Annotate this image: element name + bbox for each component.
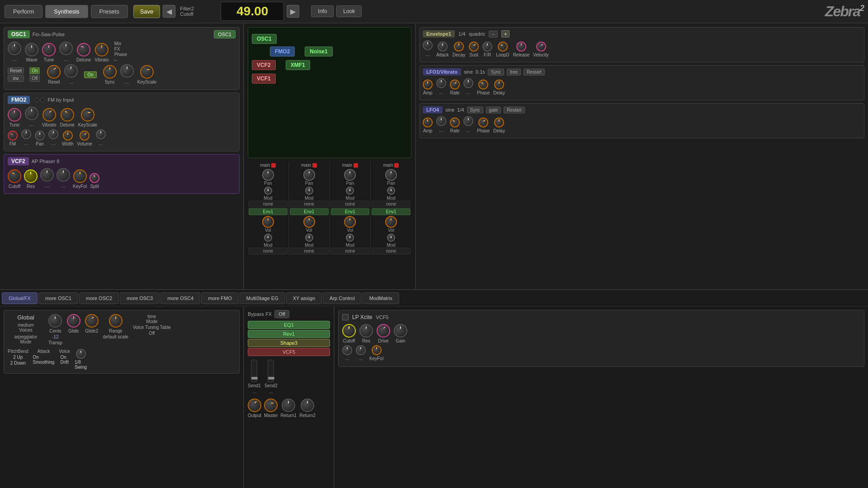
lfo1-rate[interactable] [450,80,460,89]
info-button[interactable]: Info [311,5,334,17]
lp-gain-k[interactable] [394,324,407,338]
strip4-mod2-knob[interactable] [387,234,395,242]
strip4-vol-knob[interactable] [385,216,397,228]
lfo4-amp[interactable] [423,117,433,127]
fmo2-det-k[interactable] [61,108,74,122]
vcf2-k4[interactable] [57,168,70,182]
xmf1-node[interactable]: XMF1 [286,60,310,70]
lfo4-phase[interactable] [478,117,488,127]
env1-fr[interactable] [482,42,492,52]
tab-presets[interactable]: Presets [91,5,128,18]
strip2-vol-knob[interactable] [303,216,315,228]
fmo2-k-d2[interactable] [21,129,31,139]
lfo1-amp[interactable] [423,80,433,89]
lfo1-k2[interactable] [436,78,446,88]
lfo4-k2[interactable] [436,116,446,126]
reset-button[interactable]: Reset [8,67,24,74]
lfo1-free-btn[interactable]: free [507,69,521,75]
strip2-pan-knob[interactable] [303,169,315,181]
env1-loopd[interactable] [498,42,508,52]
osc1-vibrato-knob[interactable] [95,43,108,56]
fmo2-k-d3[interactable] [48,129,58,139]
fx-rev1[interactable]: Rev1 [248,330,330,338]
lp-drive-k[interactable] [377,324,390,338]
osc1-r2-knob4[interactable] [120,64,134,78]
on-sync-button[interactable]: On [84,71,96,78]
lp-res-k[interactable] [359,324,373,338]
lfo1-restart-btn[interactable]: Restart [524,69,544,75]
strip3-mod-knob[interactable] [346,187,354,195]
lp-k2[interactable] [356,345,366,355]
env1-sust[interactable] [469,42,479,52]
osc1-sync-knob[interactable] [103,65,117,79]
tab-multistage-eg[interactable]: MultiStage EG [240,292,285,304]
lfo4-delay[interactable] [494,117,504,127]
env1-velocity[interactable] [536,42,546,52]
env1-decay[interactable] [454,42,464,52]
lfo1-delay[interactable] [494,80,504,89]
strip1-vol-knob[interactable] [262,216,274,228]
off-button[interactable]: Off [29,75,40,82]
vcf2-cutoff-knob[interactable] [8,169,21,183]
fmo2-node[interactable]: FMO2 [270,47,295,56]
nav-right-arrow[interactable]: ▶ [287,5,299,18]
env1-attack[interactable] [438,42,448,52]
vcf2-res-knob[interactable] [24,169,38,183]
fmo2-tune[interactable] [8,108,21,122]
fx-eq1[interactable]: EQ1 [248,321,330,329]
fx-shape3[interactable]: Shape3 [248,339,330,347]
lfo4-gate-btn[interactable]: gate [486,107,501,113]
strip2-mod-knob[interactable] [305,187,313,195]
osc1-keyscale-knob[interactable] [140,65,154,79]
nav-left-arrow[interactable]: ◀ [163,5,175,18]
fmo2-k2[interactable] [25,107,38,120]
strip3-pan-knob[interactable] [344,169,356,181]
strip1-mod2-knob[interactable] [264,234,272,242]
osc1-phase-knob[interactable] [47,65,61,79]
osc1-detune-knob[interactable] [77,43,90,56]
save-button[interactable]: Save [133,5,160,18]
vcf2-routing-node[interactable]: VCF2 [252,60,276,70]
strip1-mod-knob[interactable] [264,187,272,195]
lp-k1[interactable] [342,345,352,355]
vcf2-split-knob[interactable] [90,173,99,183]
tab-xy-assign[interactable]: XY assign [286,292,322,304]
master-k[interactable] [264,399,278,412]
tab-more-fmo[interactable]: more FMO [201,292,239,304]
osc1-knob-3-k[interactable] [59,42,73,55]
vcf2-keyfol-knob[interactable] [73,169,87,183]
vcf2-k3[interactable] [40,168,54,182]
fmo2-k-d4[interactable] [96,129,106,139]
inv-button[interactable]: inv [8,75,24,82]
lfo4-k4[interactable] [463,116,473,126]
strip4-pan-knob[interactable] [385,169,397,181]
send2-fader[interactable] [268,360,274,382]
fmo2-ks-k[interactable] [81,108,94,122]
osc1-knob-1[interactable] [8,42,21,55]
bypass-off-btn[interactable]: Off [274,310,289,318]
strip3-mod2-knob[interactable] [346,234,354,242]
osc1-r2-knob2[interactable] [64,64,78,78]
send1-fader[interactable] [251,360,257,382]
lfo1-sync-btn[interactable]: Sync [488,69,504,75]
tab-more-osc4[interactable]: more OSC4 [160,292,200,304]
osc1-button[interactable]: OSC1 [214,30,236,38]
noise1-node[interactable]: Noise1 [305,47,332,56]
tab-perform[interactable]: Perform [5,5,42,18]
strip3-vol-knob[interactable] [344,216,356,228]
lfo4-rate[interactable] [450,117,460,127]
env1-plus-btn[interactable]: + [501,30,509,38]
osc1-tune-knob[interactable] [42,43,56,56]
tab-more-osc1[interactable]: more OSC1 [38,292,78,304]
tab-more-osc3[interactable]: more OSC3 [120,292,160,304]
fmo2-pan-k[interactable] [35,131,45,141]
env1-release[interactable] [516,42,526,52]
tab-more-osc2[interactable]: more OSC2 [79,292,119,304]
osc1-node[interactable]: OSC1 [252,34,277,44]
lfo4-sync-btn[interactable]: Sync [467,107,483,113]
value-display[interactable]: 49.00 [221,2,284,21]
fmo2-vol-k[interactable] [80,131,90,141]
lfo4-restart-btn[interactable]: Restart [504,107,524,113]
return2-k[interactable] [301,399,314,412]
return1-k[interactable] [282,399,295,412]
